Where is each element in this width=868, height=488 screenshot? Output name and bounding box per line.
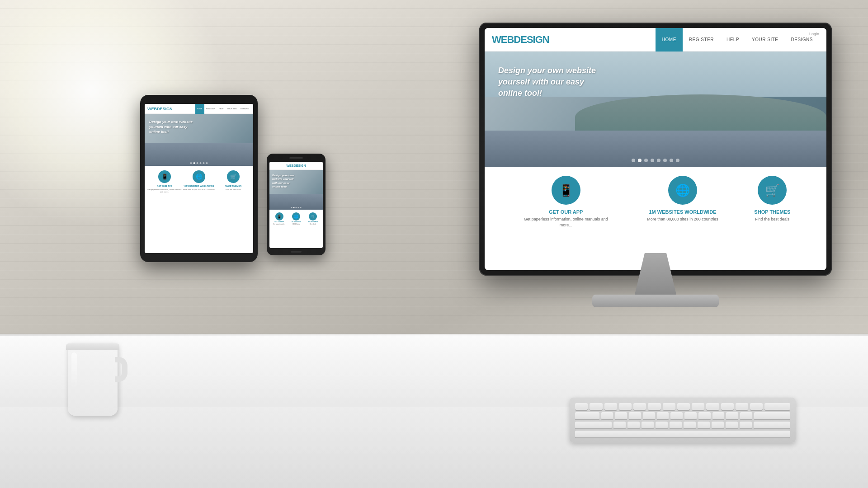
keyboard-row-2 <box>575 412 790 419</box>
tablet-feature-worldwide-title: 1M WEBSITES WORLDWIDE <box>184 185 214 188</box>
tablet-feature-themes-title: SHOP THEMES <box>225 185 241 188</box>
dot-3[interactable] <box>644 159 648 162</box>
key[interactable] <box>601 412 613 419</box>
phone-feature-worldwide: 🌐 1M WEBSITES 80,000 sites <box>288 212 304 225</box>
monitor-base <box>592 295 719 307</box>
key[interactable] <box>604 403 617 410</box>
feature-themes-title: SHOP THEMES <box>754 209 790 215</box>
hero-dots <box>632 159 679 162</box>
key[interactable] <box>721 403 734 410</box>
dot-1[interactable] <box>632 159 635 162</box>
logo-prefix: WEB <box>492 34 514 45</box>
key-enter-2[interactable] <box>754 422 790 428</box>
key-enter[interactable] <box>754 412 790 419</box>
tablet-feature-themes-icon: 🛒 <box>227 170 240 183</box>
tablet-feature-themes: 🛒 SHOP THEMES Find the best deals <box>216 170 250 193</box>
tablet-nav-register[interactable]: REGISTER <box>204 104 217 114</box>
key[interactable] <box>670 412 683 419</box>
tablet-hero-text: Design your own websiteyourself with our… <box>149 119 193 135</box>
phone-body: WEBDESIGN Design your ownwebsite yoursel… <box>267 154 326 255</box>
phone-feature-themes-desc: Best deals <box>310 224 316 225</box>
dot-2[interactable] <box>638 159 642 162</box>
key[interactable] <box>575 403 588 410</box>
nav-your-site[interactable]: YOUR SITE <box>745 28 784 52</box>
nav-home[interactable]: HOME <box>656 28 683 52</box>
key[interactable] <box>684 412 697 419</box>
key[interactable] <box>642 422 654 428</box>
key[interactable] <box>613 422 626 428</box>
tablet-dot-6[interactable] <box>206 162 208 164</box>
tablet-dot-3[interactable] <box>197 162 198 164</box>
phone-dot-3[interactable] <box>296 207 297 208</box>
monitor-screen: WEBDESIGN HOME REGISTER HELP YOUR SITE D… <box>485 28 826 270</box>
phone-dot-1[interactable] <box>291 207 292 208</box>
nav-register[interactable]: REGISTER <box>683 28 720 52</box>
tablet-nav-home[interactable]: HOME <box>195 104 204 114</box>
phone-logo-suffix: DESIGN <box>294 164 306 167</box>
phone-feature-themes: 🛒 SHOP THEMES Best deals <box>305 212 321 225</box>
key[interactable] <box>677 403 690 410</box>
website-phone: WEBDESIGN Design your ownwebsite yoursel… <box>269 162 323 248</box>
tablet-dot-1[interactable] <box>190 162 192 164</box>
dot-8[interactable] <box>676 159 679 162</box>
key[interactable] <box>615 412 627 419</box>
key[interactable] <box>663 403 675 410</box>
key[interactable] <box>698 422 710 428</box>
key[interactable] <box>740 412 752 419</box>
web-login[interactable]: Login <box>809 32 819 36</box>
tablet-dot-5[interactable] <box>203 162 205 164</box>
tablet-logo-suffix: DESIGN <box>157 107 173 111</box>
key[interactable] <box>736 403 748 410</box>
tablet-nav-site[interactable]: YOUR SITE <box>225 104 239 114</box>
web-logo: WEBDESIGN <box>492 34 549 46</box>
key[interactable] <box>590 403 602 410</box>
key[interactable] <box>706 403 719 410</box>
key[interactable] <box>750 403 763 410</box>
key-backspace[interactable] <box>764 403 790 410</box>
key[interactable] <box>656 422 668 428</box>
phone-dot-2[interactable] <box>293 207 295 208</box>
key[interactable] <box>698 412 711 419</box>
tablet-nav-designs[interactable]: DESIGNS <box>239 104 250 114</box>
phone-header: WEBDESIGN <box>269 162 323 170</box>
key[interactable] <box>633 403 646 410</box>
nav-help[interactable]: HELP <box>720 28 745 52</box>
dot-5[interactable] <box>657 159 660 162</box>
phone-logo: WEBDESIGN <box>286 164 306 167</box>
key[interactable] <box>670 422 682 428</box>
key[interactable] <box>643 412 655 419</box>
key[interactable] <box>627 422 640 428</box>
key[interactable] <box>740 422 752 428</box>
key[interactable] <box>684 422 696 428</box>
keyboard-row-1 <box>575 403 790 410</box>
key[interactable] <box>712 412 725 419</box>
phone-feature-app-icon: 📱 <box>275 212 283 221</box>
tablet-dot-2[interactable] <box>193 162 195 164</box>
phone-dot-5[interactable] <box>300 207 302 208</box>
dot-6[interactable] <box>663 159 667 162</box>
keyboard-rows <box>575 403 790 437</box>
key-caps[interactable] <box>575 422 612 428</box>
dot-4[interactable] <box>651 159 654 162</box>
key[interactable] <box>657 412 669 419</box>
key[interactable] <box>726 422 738 428</box>
key[interactable] <box>629 412 641 419</box>
phone-dot-4[interactable] <box>298 207 299 208</box>
key[interactable] <box>648 403 660 410</box>
tablet-nav-help[interactable]: HELP <box>217 104 225 114</box>
keyboard-row-4 <box>575 431 790 437</box>
dot-7[interactable] <box>670 159 673 162</box>
key-spacebar[interactable] <box>575 431 790 437</box>
phone-home-button[interactable] <box>291 251 302 253</box>
key[interactable] <box>726 412 738 419</box>
key-tab[interactable] <box>575 412 599 419</box>
tablet-dot-4[interactable] <box>200 162 202 164</box>
key[interactable] <box>692 403 704 410</box>
key[interactable] <box>619 403 632 410</box>
mug-body <box>68 343 118 416</box>
key[interactable] <box>712 422 724 428</box>
feature-app-icon: 📱 <box>552 176 580 205</box>
tablet-feature-app-desc: Get paperless information, online manual… <box>147 188 182 193</box>
phone-hero-dots <box>291 207 302 208</box>
hero-text: Design your own websiteyourself with our… <box>498 65 596 99</box>
